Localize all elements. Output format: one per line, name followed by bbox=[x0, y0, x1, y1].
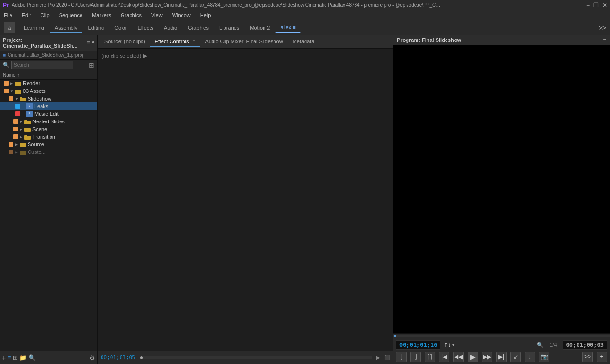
svg-rect-13 bbox=[20, 143, 22, 144]
program-timecode-display[interactable]: 00;01;01;16 bbox=[396, 340, 440, 350]
tab-graphics[interactable]: Graphics bbox=[183, 23, 214, 32]
close-button[interactable]: ✕ bbox=[602, 2, 607, 9]
tab-audio-mixer[interactable]: Audio Clip Mixer: Final Slideshow bbox=[200, 37, 287, 47]
metadata-tab-label: Metadata bbox=[293, 39, 315, 44]
no-clip-text: (no clip selected) bbox=[102, 53, 141, 59]
no-clip-row: (no clip selected) ▶ bbox=[102, 52, 389, 59]
play-stop-btn[interactable]: ▶ bbox=[468, 352, 478, 362]
menu-view[interactable]: View bbox=[149, 11, 164, 19]
mark-out-btn[interactable]: ⌋ bbox=[410, 352, 421, 362]
fit-selector[interactable]: Fit ▼ bbox=[444, 342, 455, 348]
tree-arrow-source: ▶ bbox=[15, 142, 20, 147]
svg-rect-3 bbox=[15, 90, 18, 91]
tab-learning[interactable]: Learning bbox=[19, 23, 49, 32]
project-file-icon: ■ bbox=[3, 52, 6, 58]
menu-graphics[interactable]: Graphics bbox=[119, 11, 143, 19]
menu-clip[interactable]: Clip bbox=[39, 11, 51, 19]
menu-edit[interactable]: Edit bbox=[20, 11, 33, 19]
tree-label-source: Source bbox=[28, 142, 44, 147]
workspace-overflow[interactable]: >> bbox=[599, 24, 606, 31]
panel-menu-icon[interactable]: ≡ bbox=[86, 40, 90, 46]
source-tab-label: Source: (no clips) bbox=[104, 39, 145, 44]
new-item-btn[interactable]: + bbox=[2, 354, 6, 362]
project-search-row: 🔍 ⊞ bbox=[0, 60, 97, 71]
svg-rect-11 bbox=[24, 135, 27, 137]
step-back-btn[interactable]: ◀◀ bbox=[453, 352, 464, 362]
tab-effects[interactable]: Effects bbox=[132, 23, 158, 32]
audio-mixer-tab-label: Audio Clip Mixer: Final Slideshow bbox=[205, 39, 283, 44]
tree-item-scene[interactable]: ▶ Scene bbox=[0, 125, 97, 133]
program-scrubber-area[interactable] bbox=[393, 333, 610, 338]
go-to-out-btn[interactable]: ▶| bbox=[496, 352, 507, 362]
minimize-button[interactable]: − bbox=[586, 2, 590, 9]
insert-btn[interactable]: ↙ bbox=[510, 352, 521, 362]
new-bin-btn[interactable]: 📁 bbox=[20, 354, 27, 361]
tab-assembly[interactable]: Assembly bbox=[50, 23, 82, 32]
tree-item-render[interactable]: ▶ Render bbox=[0, 80, 97, 87]
export-frame-btn[interactable]: 📷 bbox=[539, 352, 549, 362]
add-btn[interactable]: + bbox=[597, 352, 607, 362]
panel-expand-icon[interactable]: » bbox=[92, 40, 94, 46]
find-btn[interactable]: 🔍 bbox=[29, 354, 36, 361]
source-scrubber[interactable] bbox=[140, 356, 372, 359]
source-transport-btn[interactable]: ▶ bbox=[376, 355, 380, 360]
new-bin-icon[interactable]: ⊞ bbox=[89, 61, 94, 69]
overwrite-btn[interactable]: ↓ bbox=[525, 352, 535, 362]
settings-btn[interactable]: >> bbox=[582, 352, 593, 362]
menu-markers[interactable]: Markers bbox=[90, 11, 113, 19]
tree-item-transition[interactable]: ▶ Transition bbox=[0, 133, 97, 141]
tab-editing[interactable]: Editing bbox=[83, 23, 109, 32]
program-video-display bbox=[393, 45, 610, 333]
program-duration-display[interactable]: 00;01;00;03 bbox=[563, 340, 607, 350]
middle-timeline-bar: 00;01;03;05 ▶ ⬛ bbox=[98, 351, 393, 364]
effect-controls-menu-icon[interactable]: ≡ bbox=[193, 39, 196, 44]
step-fwd-btn[interactable]: ▶▶ bbox=[482, 352, 492, 362]
project-panel-title: Project: Cinematic_Parallax_SlideSh... bbox=[3, 37, 86, 49]
tab-color[interactable]: Color bbox=[110, 23, 132, 32]
tab-effect-controls[interactable]: Effect Controls ≡ bbox=[150, 37, 201, 47]
tree-item-leaks[interactable]: ≡ Leaks bbox=[0, 102, 97, 110]
menu-file[interactable]: File bbox=[2, 11, 14, 19]
mark-in-btn[interactable]: ⌊ bbox=[396, 352, 407, 362]
menu-sequence[interactable]: Sequence bbox=[57, 11, 85, 19]
list-view-btn[interactable]: ≡ bbox=[8, 354, 11, 361]
tree-item-nestedslides[interactable]: ▶ Nested Slides bbox=[0, 118, 97, 125]
folder-icon-source bbox=[20, 142, 26, 147]
tree-item-03assets[interactable]: ▼ 03 Assets bbox=[0, 87, 97, 95]
svg-rect-9 bbox=[24, 128, 27, 129]
home-button[interactable]: ⌂ bbox=[4, 22, 15, 33]
tab-motion2[interactable]: Motion 2 bbox=[245, 23, 274, 32]
folder-icon-transition bbox=[24, 134, 31, 140]
source-export-btn[interactable]: ⬛ bbox=[384, 355, 390, 360]
tab-metadata[interactable]: Metadata bbox=[288, 37, 319, 47]
project-name-header: Name ↑ bbox=[0, 71, 97, 80]
program-scrubber-handle bbox=[394, 335, 396, 337]
title-bar: Pr Adobe Premiere Pro 2020 - C:\Users\Ad… bbox=[0, 0, 610, 10]
tree-item-source[interactable]: ▶ Source bbox=[0, 141, 97, 148]
menu-window[interactable]: Window bbox=[170, 11, 193, 19]
program-monitor: Program: Final Slideshow ≡ 00;01;01;16 F… bbox=[393, 35, 610, 364]
go-to-in-btn[interactable]: |◀ bbox=[439, 352, 449, 362]
zoom-icon[interactable]: 🔍 bbox=[537, 342, 544, 348]
tab-libraries[interactable]: Libraries bbox=[214, 23, 244, 32]
svg-rect-5 bbox=[20, 97, 22, 99]
menu-help[interactable]: Help bbox=[198, 11, 213, 19]
tree-item-slideshow[interactable]: ▼ Slideshow bbox=[0, 95, 97, 102]
window-title: Adobe Premiere Pro 2020 - C:\Users\Admin… bbox=[12, 2, 441, 8]
restore-button[interactable]: ❐ bbox=[593, 2, 599, 9]
tree-item-musicedit[interactable]: ≡ Music Edit bbox=[0, 110, 97, 118]
icon-view-btn[interactable]: ⊞ bbox=[13, 354, 18, 361]
tree-label-render: Render bbox=[23, 81, 40, 86]
expand-icon[interactable]: ▶ bbox=[143, 52, 147, 59]
title-controls[interactable]: − ❐ ✕ bbox=[586, 2, 607, 9]
program-menu-icon[interactable]: ≡ bbox=[603, 37, 606, 43]
tree-label-transition: Transition bbox=[32, 134, 55, 140]
program-transport-controls: ⌊ ⌋ ⌈⌉ |◀ ◀◀ ▶ ▶▶ ▶| ↙ ↓ 📷 >> + bbox=[396, 352, 607, 362]
mark-clip-btn[interactable]: ⌈⌉ bbox=[425, 352, 435, 362]
search-input[interactable] bbox=[11, 61, 73, 69]
tab-audio[interactable]: Audio bbox=[159, 23, 182, 32]
tab-source[interactable]: Source: (no clips) bbox=[100, 37, 150, 47]
tree-item-partial[interactable]: ▶ Custo... bbox=[0, 148, 97, 156]
panel-settings-btn[interactable]: ⚙ bbox=[89, 354, 95, 362]
tab-allex[interactable]: allex ≡ bbox=[275, 22, 300, 33]
